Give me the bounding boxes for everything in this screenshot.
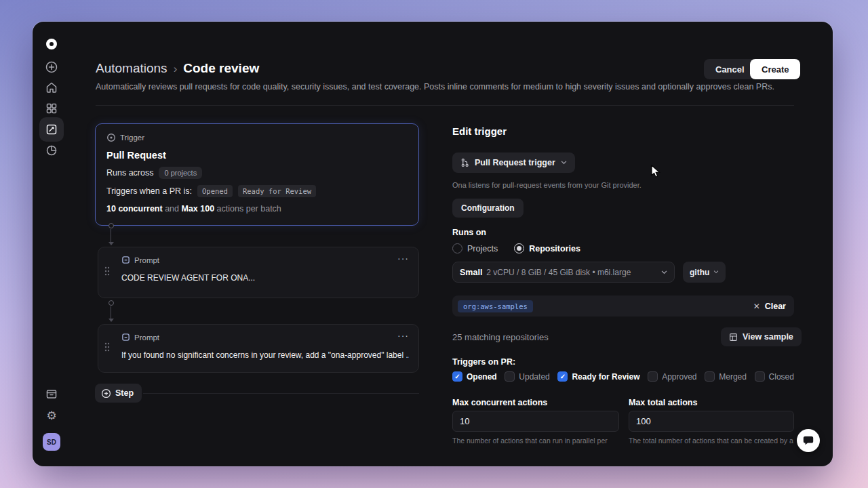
header-divider xyxy=(96,105,794,106)
sidebar-item-projects[interactable] xyxy=(44,101,59,116)
home-icon xyxy=(45,81,58,94)
connector-line xyxy=(111,306,111,319)
trigger-type-dropdown[interactable]: Pull Request trigger xyxy=(452,152,575,173)
plus-circle-icon xyxy=(101,388,111,399)
clear-filter-button[interactable]: ✕ Clear xyxy=(753,302,786,311)
prompt-icon xyxy=(121,333,130,342)
radio-icon xyxy=(452,243,462,253)
machine-size-dropdown[interactable]: Small 2 vCPU / 8 GiB / 45 GiB disk • m6i… xyxy=(452,262,675,283)
cancel-button[interactable]: Cancel xyxy=(704,59,756,79)
checkbox-icon xyxy=(557,371,568,382)
sidebar-item-new[interactable] xyxy=(44,60,59,75)
connector-node xyxy=(108,223,114,228)
runs-on-label: Runs on xyxy=(452,228,486,237)
prompt-text: CODE REVIEW AGENT FOR ONA... xyxy=(121,273,409,283)
radio-repositories[interactable]: Repositories xyxy=(514,243,580,253)
connector-arrow-icon xyxy=(108,319,114,322)
max-concurrent-input[interactable] xyxy=(452,411,619,432)
chevron-down-icon xyxy=(713,270,719,274)
trigger-card[interactable]: Trigger Pull Request Runs across 0 proje… xyxy=(95,123,419,226)
checkbox-approved[interactable]: Approved xyxy=(648,371,696,382)
trigger-title: Pull Request xyxy=(106,150,408,161)
breadcrumb-automations[interactable]: Automations xyxy=(96,61,167,76)
clear-label: Clear xyxy=(765,302,786,311)
max-total-help: The total number of actions that can be … xyxy=(629,436,794,445)
app-logo[interactable] xyxy=(44,37,59,52)
add-step-button[interactable]: Step xyxy=(95,384,142,403)
prompt-badge-label: Prompt xyxy=(134,256,159,264)
machine-size-label: Small xyxy=(460,268,482,277)
step-divider xyxy=(143,393,419,394)
logo-icon xyxy=(46,39,57,49)
provider-dropdown[interactable]: githu xyxy=(683,262,726,283)
trigger-caption: Ona listens for pull-request events from… xyxy=(452,181,642,189)
connector-arrow-icon xyxy=(108,242,114,245)
automation-description: Automatically reviews pull requests for … xyxy=(96,82,774,92)
repository-filter-box: org:aws-samples ✕ Clear xyxy=(452,296,794,317)
provider-label: githu xyxy=(690,268,709,277)
repo-filter-chip[interactable]: org:aws-samples xyxy=(458,300,533,312)
user-avatar[interactable]: SD xyxy=(43,433,60,451)
sidebar-item-home[interactable] xyxy=(44,80,59,95)
radio-projects[interactable]: Projects xyxy=(452,243,498,253)
prompt-card-2[interactable]: Prompt ··· If you found no significant c… xyxy=(98,324,419,373)
checkbox-icon xyxy=(452,371,462,382)
connector-node xyxy=(108,300,114,306)
runs-on-radio-group: Projects Repositories xyxy=(452,243,580,253)
prompt-badge: Prompt xyxy=(121,333,409,342)
checkbox-ready-for-review[interactable]: Ready for Review xyxy=(557,371,639,382)
checkbox-closed[interactable]: Closed xyxy=(755,371,794,382)
max-concurrent-label: Max concurrent actions xyxy=(452,398,547,407)
checkbox-icon xyxy=(705,371,715,382)
trigger-type-label: Pull Request trigger xyxy=(475,158,555,167)
grid-icon xyxy=(45,102,58,115)
add-step-label: Step xyxy=(115,388,134,398)
trigger-badge: Trigger xyxy=(106,133,408,142)
max-total-label: Max total actions xyxy=(629,398,697,407)
table-icon xyxy=(729,333,738,342)
sidebar-item-automations[interactable] xyxy=(44,122,59,137)
pie-chart-icon xyxy=(45,144,58,157)
automations-icon xyxy=(45,123,58,136)
edit-trigger-title: Edit trigger xyxy=(452,125,507,137)
tab-configuration[interactable]: Configuration xyxy=(452,199,524,218)
create-button[interactable]: Create xyxy=(750,59,800,79)
clear-x-icon: ✕ xyxy=(753,302,760,311)
machine-specs: 2 vCPU / 8 GiB / 45 GiB disk • m6i.large xyxy=(486,268,657,277)
checkbox-icon xyxy=(648,371,658,382)
prompt-badge: Prompt xyxy=(121,256,409,264)
support-chat-button[interactable] xyxy=(797,429,820,452)
projects-count-badge: 0 projects xyxy=(159,167,202,179)
prompt-menu-button[interactable]: ··· xyxy=(397,330,409,341)
view-sample-label: View sample xyxy=(743,332,793,342)
prompt-card-1[interactable]: Prompt ··· CODE REVIEW AGENT FOR ONA... xyxy=(98,247,419,298)
batch-summary: 10 concurrent and Max 100 actions per ba… xyxy=(106,204,408,214)
triggers-on-pr-label: Triggers on PR: xyxy=(452,357,515,367)
drag-handle-icon[interactable] xyxy=(104,342,110,354)
matching-repos-count: 25 matching repositories xyxy=(452,332,549,342)
prompt-menu-button[interactable]: ··· xyxy=(397,253,409,264)
max-concurrent-help: The number of actions that can run in pa… xyxy=(452,436,619,445)
status-badge-ready: Ready for Review xyxy=(238,185,316,197)
breadcrumb-separator: › xyxy=(174,62,178,76)
prompt-text: If you found no significant concerns in … xyxy=(121,350,409,360)
prompt-icon xyxy=(121,256,130,264)
sidebar: ⚙ SD xyxy=(33,22,71,466)
chevron-down-icon xyxy=(661,270,667,274)
sidebar-item-settings[interactable]: ⚙ xyxy=(44,408,59,423)
drag-handle-icon[interactable] xyxy=(104,266,110,279)
checkbox-merged[interactable]: Merged xyxy=(705,371,747,382)
view-sample-button[interactable]: View sample xyxy=(721,327,802,346)
checkbox-opened[interactable]: Opened xyxy=(452,371,497,382)
sidebar-item-environments[interactable] xyxy=(44,386,59,401)
chat-bubble-icon xyxy=(802,434,814,447)
trigger-icon xyxy=(106,133,116,142)
prompt-badge-label: Prompt xyxy=(134,333,159,342)
sidebar-item-usage[interactable] xyxy=(44,143,59,158)
status-badge-opened: Opened xyxy=(197,185,233,197)
pr-event-checkbox-group: Opened Updated Ready for Review Approved… xyxy=(452,371,794,382)
runs-across-label: Runs across xyxy=(106,168,153,178)
max-total-input[interactable] xyxy=(629,411,794,432)
trigger-badge-label: Trigger xyxy=(120,134,144,142)
checkbox-updated[interactable]: Updated xyxy=(505,371,549,382)
